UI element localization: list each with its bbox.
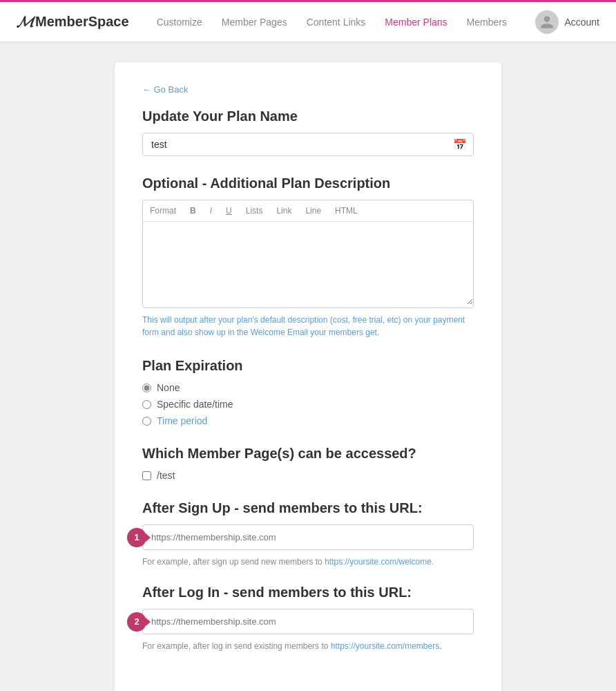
toolbar-underline[interactable]: U bbox=[224, 205, 233, 217]
main-content: ← Go Back Update Your Plan Name 📅 Option… bbox=[0, 41, 616, 691]
form-card: ← Go Back Update Your Plan Name 📅 Option… bbox=[115, 62, 501, 691]
nav-member-pages[interactable]: Member Pages bbox=[222, 14, 287, 30]
plan-name-title: Update Your Plan Name bbox=[142, 108, 474, 124]
toolbar-format[interactable]: Format bbox=[148, 205, 177, 217]
toolbar-lists[interactable]: Lists bbox=[244, 205, 264, 217]
account-avatar bbox=[535, 10, 559, 34]
nav-member-plans[interactable]: Member Plans bbox=[385, 14, 447, 30]
navbar: 𝓜 MemberSpace Customize Member Pages Con… bbox=[0, 0, 616, 41]
expiration-specific-radio[interactable] bbox=[142, 400, 151, 409]
login-url-input[interactable] bbox=[142, 609, 474, 634]
expiration-none-radio[interactable] bbox=[142, 384, 151, 392]
toolbar-bold[interactable]: B bbox=[189, 205, 198, 217]
login-url-helper: For example, after log in send existing … bbox=[142, 640, 474, 652]
expiration-specific-label: Specific date/time bbox=[157, 399, 233, 410]
toolbar-line[interactable]: Line bbox=[304, 205, 323, 217]
description-helper: This will output after your plan's defau… bbox=[142, 314, 474, 339]
member-pages-title: Which Member Page(s) can be accessed? bbox=[142, 446, 474, 462]
signup-url-example: https://yoursite.com/welcome bbox=[325, 557, 432, 567]
description-toolbar: Format B I U Lists Link Line HTML bbox=[143, 200, 473, 222]
logo-text: MemberSpace bbox=[35, 14, 129, 30]
description-textarea[interactable] bbox=[143, 222, 473, 305]
expiration-specific[interactable]: Specific date/time bbox=[142, 399, 474, 410]
signup-step-badge: 1 bbox=[127, 528, 146, 547]
member-page-test-label: /test bbox=[157, 470, 175, 481]
nav-members[interactable]: Members bbox=[467, 14, 507, 30]
expiration-title: Plan Expiration bbox=[142, 358, 474, 374]
toolbar-link[interactable]: Link bbox=[275, 205, 293, 217]
expiration-period[interactable]: Time period bbox=[142, 415, 474, 426]
expiration-period-radio[interactable] bbox=[142, 417, 151, 426]
nav-links: Customize Member Pages Content Links Mem… bbox=[157, 14, 536, 30]
member-pages-section: Which Member Page(s) can be accessed? /t… bbox=[142, 446, 474, 481]
expiration-none-label: None bbox=[157, 382, 180, 393]
logo-m-icon: 𝓜 bbox=[17, 13, 32, 31]
signup-url-helper: For example, after sign up send new memb… bbox=[142, 556, 474, 568]
account-label: Account bbox=[564, 17, 599, 28]
plan-name-wrapper: 📅 bbox=[142, 133, 474, 156]
description-title: Optional - Additional Plan Description bbox=[142, 176, 474, 191]
member-page-test-checkbox[interactable] bbox=[142, 471, 151, 480]
nav-content-links[interactable]: Content Links bbox=[307, 14, 366, 30]
signup-url-title: After Sign Up - send members to this URL… bbox=[142, 500, 474, 516]
toolbar-italic[interactable]: I bbox=[209, 205, 213, 217]
nav-customize[interactable]: Customize bbox=[157, 14, 202, 30]
login-step-badge: 2 bbox=[127, 612, 146, 632]
signup-url-input[interactable] bbox=[142, 524, 474, 550]
account-area[interactable]: Account bbox=[535, 10, 599, 34]
toolbar-html[interactable]: HTML bbox=[334, 205, 359, 217]
expiration-period-label: Time period bbox=[157, 415, 207, 426]
calendar-icon: 📅 bbox=[453, 138, 467, 151]
member-page-test[interactable]: /test bbox=[142, 470, 474, 481]
plan-name-input[interactable] bbox=[142, 133, 474, 156]
go-back-link[interactable]: ← Go Back bbox=[142, 84, 188, 95]
expiration-radio-group: None Specific date/time Time period bbox=[142, 382, 474, 426]
login-url-example: https://yoursite.com/members bbox=[331, 641, 439, 651]
expiration-none[interactable]: None bbox=[142, 382, 474, 393]
user-icon bbox=[539, 15, 555, 30]
signup-url-section: After Sign Up - send members to this URL… bbox=[142, 500, 474, 568]
expiration-section: Plan Expiration None Specific date/time … bbox=[142, 358, 474, 426]
login-url-input-wrapper: 2 bbox=[142, 609, 474, 634]
login-url-section: After Log In - send members to this URL:… bbox=[142, 585, 474, 652]
description-container: Format B I U Lists Link Line HTML bbox=[142, 200, 474, 308]
logo[interactable]: 𝓜 MemberSpace bbox=[17, 13, 129, 31]
signup-url-input-wrapper: 1 bbox=[142, 524, 474, 550]
login-url-title: After Log In - send members to this URL: bbox=[142, 585, 474, 600]
